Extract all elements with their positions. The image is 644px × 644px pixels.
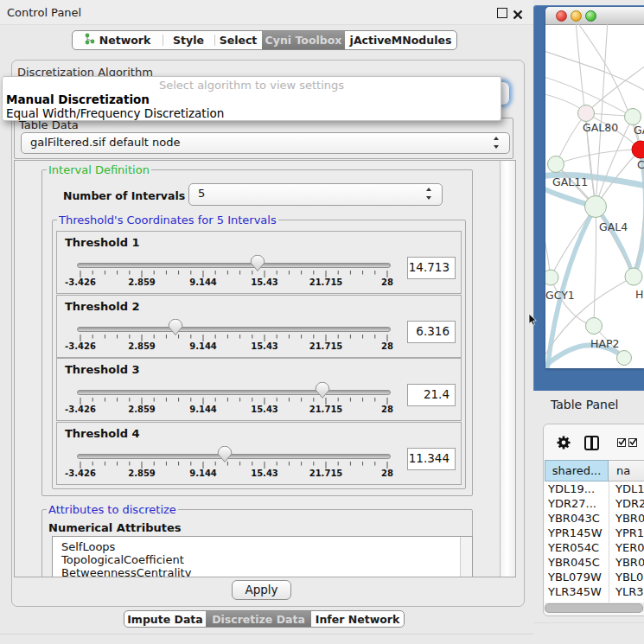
list-item[interactable]: SelfLoops	[61, 540, 115, 553]
tab-network[interactable]: Network	[73, 31, 163, 49]
slider-track[interactable]	[77, 327, 391, 332]
tab-infer-network[interactable]: Infer Network	[311, 611, 404, 627]
tab-select[interactable]: Select	[214, 31, 262, 49]
column-header-shared-name[interactable]: shared...	[545, 460, 609, 481]
tab-impute-data[interactable]: Impute Data	[124, 611, 206, 627]
tick-label: 21.715	[300, 405, 352, 414]
node-table[interactable]: YDL19...YDL1YDR27...YDR2YBR043CYBR0YPR14…	[545, 481, 644, 603]
node-label: GAL80	[583, 121, 618, 134]
tick-label: 21.715	[300, 341, 352, 351]
tab-discretize-data[interactable]: Discretize Data	[206, 611, 311, 627]
close-icon[interactable]	[513, 7, 523, 17]
network-node[interactable]	[586, 318, 603, 335]
network-canvas[interactable]: GAL80GACGAL11GAL4GCY1HHAP2	[545, 24, 644, 368]
dropdown-prompt: Select algorithm to view settings	[3, 79, 501, 92]
tick-label: -3.426	[54, 469, 106, 478]
vertical-scrollbar[interactable]	[500, 161, 516, 577]
numerical-attributes-list[interactable]: SelfLoopsTopologicalCoefficientBetweenne…	[52, 536, 473, 577]
slider-thumb[interactable]	[217, 446, 233, 463]
tick-label: 28	[361, 469, 413, 478]
control-panel-titlebar: Control Panel	[0, 0, 533, 25]
tab-style[interactable]: Style	[163, 31, 214, 49]
threshold-panel-1: Threshold 1-3.4262.8599.14415.4321.71528…	[56, 231, 462, 294]
tab-jactivemnodules[interactable]: jActiveMNodules	[345, 31, 456, 49]
threshold-label: Threshold 4	[65, 427, 140, 440]
zoom-traffic-light[interactable]	[585, 10, 596, 22]
table-row[interactable]: YER054CYER0	[545, 540, 644, 555]
apply-button[interactable]: Apply	[232, 580, 291, 600]
dock-bottom-divider	[0, 634, 533, 634]
checkbox-icon-2[interactable]	[628, 438, 637, 447]
table-panel-title: Table Panel	[551, 398, 618, 411]
attributes-group-title: Attributes to discretize	[47, 503, 178, 516]
network-node[interactable]	[548, 156, 564, 173]
slider-thumb[interactable]	[315, 382, 330, 399]
column-selector-icon[interactable]	[584, 436, 599, 450]
table-data-combobox[interactable]: galFiltered.sif default node	[21, 132, 510, 154]
combo-arrows-icon	[493, 137, 501, 149]
node-label: GAL4	[599, 220, 628, 233]
slider-track[interactable]	[77, 454, 391, 459]
list-item[interactable]: TopologicalCoefficient	[61, 553, 184, 566]
threshold-value-field[interactable]: 14.713	[407, 257, 456, 279]
dropdown-option-manual[interactable]: Manual Discretization	[6, 92, 150, 106]
network-node[interactable]	[617, 351, 632, 366]
node-label: HAP2	[590, 337, 619, 350]
tick-label: -3.426	[54, 277, 106, 287]
node-label: GA	[634, 124, 644, 137]
network-node[interactable]	[545, 270, 558, 285]
table-row[interactable]: YBL079WYBL0	[545, 570, 644, 584]
list-item[interactable]: BetweennessCentrality	[61, 566, 191, 577]
checkbox-icon-1[interactable]	[617, 438, 626, 447]
tick-label: 15.43	[239, 341, 290, 351]
tick-label: 15.43	[239, 469, 290, 478]
network-node[interactable]	[625, 109, 641, 125]
gear-icon[interactable]	[556, 435, 571, 450]
tick-label: 9.144	[177, 469, 229, 478]
right-bottom-divider	[533, 622, 644, 623]
tick-label: 28	[361, 341, 413, 351]
threshold-label: Threshold 3	[65, 363, 140, 376]
threshold-label: Threshold 2	[65, 300, 140, 313]
minimize-traffic-light[interactable]	[571, 10, 582, 22]
slider-thumb[interactable]	[168, 319, 183, 336]
tick-label: 9.144	[177, 405, 229, 414]
tick-label: 9.144	[177, 341, 229, 351]
close-traffic-light[interactable]	[556, 10, 567, 22]
threshold-value-field[interactable]: 21.4	[407, 384, 456, 406]
slider-track[interactable]	[77, 390, 391, 395]
float-window-icon[interactable]	[497, 8, 507, 18]
network-node[interactable]	[578, 105, 595, 122]
table-row[interactable]: YBR043CYBR0	[545, 511, 644, 526]
number-of-intervals-spinner[interactable]: 5	[188, 183, 443, 206]
table-row[interactable]: YLR345WYLR3	[545, 584, 644, 599]
table-row[interactable]: YDL19...YDL1	[545, 481, 644, 496]
threshold-value-field[interactable]: 6.316	[407, 321, 456, 343]
horizontal-scrollbar[interactable]	[545, 603, 644, 612]
dropdown-option-equal-width[interactable]: Equal Width/Frequency Discretization	[6, 106, 224, 120]
slider-thumb[interactable]	[250, 255, 265, 272]
tick-label: 9.144	[177, 277, 229, 287]
threshold-value-field[interactable]: 11.344	[407, 448, 456, 470]
tick-label: 21.715	[300, 469, 352, 478]
tick-label: 2.859	[116, 405, 168, 414]
table-row[interactable]: YBR045CYBR0	[545, 555, 644, 570]
threshold-panel-4: Threshold 4-3.4262.8599.14415.4321.71528…	[56, 422, 462, 485]
table-row[interactable]: YDR27...YDR2	[545, 496, 644, 511]
mouse-cursor	[528, 314, 539, 328]
table-row[interactable]: YPR145WYPR1	[545, 526, 644, 540]
tab-cyni-toolbox[interactable]: Cyni Toolbox	[262, 31, 345, 49]
hscrollbar-thumb[interactable]	[545, 603, 643, 613]
network-icon	[85, 33, 99, 48]
numerical-attributes-label: Numerical Attributes	[48, 521, 182, 534]
column-header-name[interactable]: na	[609, 460, 644, 481]
network-node[interactable]	[625, 268, 642, 285]
network-node[interactable]	[585, 196, 607, 218]
tick-label: 2.859	[116, 469, 168, 478]
tick-label: 21.715	[300, 277, 352, 287]
list-scrollbar[interactable]	[460, 537, 473, 577]
table-data-value: galFiltered.sif default node	[30, 136, 181, 149]
tick-label: 28	[361, 277, 413, 287]
panel-title: Control Panel	[7, 6, 81, 19]
slider-track[interactable]	[77, 263, 391, 268]
